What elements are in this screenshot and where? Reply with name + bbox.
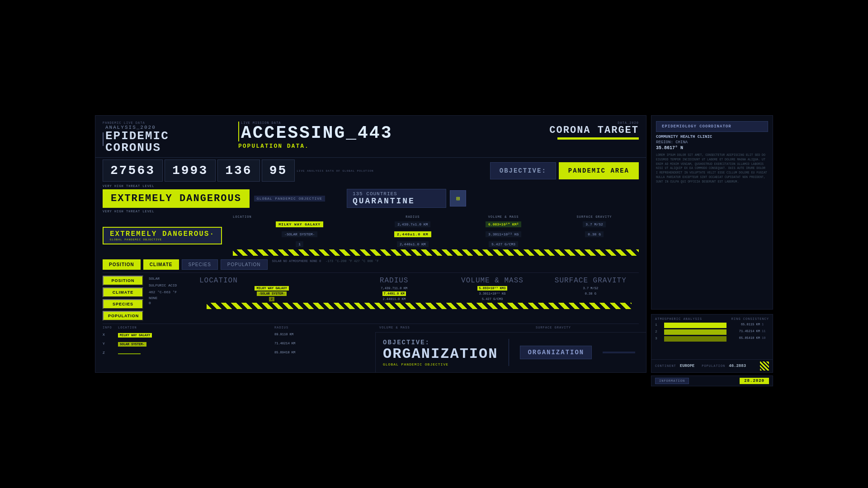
bt-r2-idx: Y xyxy=(103,342,116,346)
species-btn-2[interactable]: SPECIES xyxy=(103,299,143,309)
climate-btn-2[interactable]: CLIMATE xyxy=(103,287,143,297)
bt-r3-loc xyxy=(118,348,273,357)
icon-box[interactable]: ⊞ xyxy=(450,190,466,206)
objective-value[interactable]: PANDEMIC AREA xyxy=(559,162,639,179)
ring-extra-1: 1 xyxy=(762,323,769,328)
bottom-table-header: INFO LOCATION RADIUS VOLUME & MASS SURFA… xyxy=(103,326,639,329)
row3-radius: 2,440±1.0 KM xyxy=(368,239,457,248)
buttons-row: POSITION CLIMATE SPECIES POPULATION SOLA… xyxy=(95,258,646,272)
mid-r2-vol: 3.3011×10²³ KG xyxy=(444,292,540,296)
obj-bottom-label: OBJECTIVE: xyxy=(383,339,498,346)
counter-1: 27563 xyxy=(103,160,163,182)
region-label: REGION: CHINA xyxy=(656,140,768,145)
species-none: NONE xyxy=(149,296,194,300)
right-micro-label: DATA_2020 xyxy=(521,121,639,125)
threat-micro-2: VERY HIGH THREAT LEVEL xyxy=(103,210,639,213)
atm-analysis-label: ATMOSPHERIC ANALYSIS xyxy=(655,317,702,321)
mid-th-loc: LOCATION xyxy=(199,277,344,285)
ring-extra-2: 11 xyxy=(762,329,769,335)
row1-radius: 2,439.7±1.0 KM xyxy=(368,220,457,228)
org-name-box[interactable]: ORGANIZATION xyxy=(520,346,592,359)
mid-r1-loc: MILKY WAY GALAXY xyxy=(199,286,344,290)
table-row: MILKY WAY GALAXY 7,439.711.0 KM 5.893×10… xyxy=(199,286,639,291)
mid-r1-radius: 7,439.711.0 KM xyxy=(346,286,442,290)
population-key: POPULATION xyxy=(702,364,725,368)
counter-sublabel: LIVE ANALYSIS DATA OF GLOBAL POLUTION xyxy=(297,169,373,173)
row3-loc: 1 xyxy=(233,239,366,248)
row1-grav: 3.7 M/S2 xyxy=(550,220,639,228)
global-label-1: GLOBAL PANDEMIC OBJECTIVE xyxy=(254,196,325,202)
ring-val-2: 71.45214 KM xyxy=(728,329,760,335)
row1-loc: MILKY WAY GALAXY xyxy=(233,220,366,228)
row3-vol: 5.427 G/CM3 xyxy=(459,239,548,248)
bt-info: INFO xyxy=(103,326,116,329)
right-panel: EPIDEMIOLOGY COORDINATOR COMMUNITY HEALT… xyxy=(651,115,773,310)
divider-2 xyxy=(103,324,639,324)
mid-th-radius: RADIUS xyxy=(346,277,442,285)
dt-header-loc: LOCATION xyxy=(233,215,366,219)
bottom-org-panel: OBJECTIVE: ORGANIZATION GLOBAL PANDEMIC … xyxy=(375,332,646,373)
ring-num-2: 2 xyxy=(655,329,662,335)
position-button[interactable]: POSITION xyxy=(103,259,141,270)
table-row: 1 2,440±1.0 KM 5.427 G/CM3 xyxy=(233,239,639,249)
org-title: ORGANIZATION xyxy=(383,347,498,361)
information-btn[interactable]: INFORMATION xyxy=(655,378,689,384)
mid-r3-radius: 2.44011.0 KM xyxy=(346,297,442,301)
climate-button[interactable]: CLIMATE xyxy=(143,259,179,270)
counter-2: 1993 xyxy=(165,160,216,182)
ring-num-3: 3 xyxy=(655,336,662,342)
ring-extra-3: 10 xyxy=(762,336,769,342)
countries-label: 135 COUNTRIES xyxy=(353,191,440,197)
lower-section: POSITION CLIMATE SPECIES POPULATION SOLA… xyxy=(95,274,646,323)
table-row: MILKY WAY GALAXY 2,439.7±1.0 KM 6.083×10… xyxy=(233,219,639,229)
acid-text: SULFURIC ACID xyxy=(149,283,194,287)
threat-section-2: VERY HIGH THREAT LEVEL EXTREMELY DANGERO… xyxy=(95,209,646,258)
mid-r3-vol: 5.427 G/CM3 xyxy=(444,297,540,301)
counter-row: 27563 1993 136 95 LIVE ANALYSIS DATA OF … xyxy=(95,158,646,183)
temp2-label: 427 °C 000 °F xyxy=(354,259,379,270)
danger-text-1: EXTREMELY DANGEROUS xyxy=(111,193,241,204)
solar-text: SOLAR xyxy=(149,277,194,281)
divider-1 xyxy=(103,272,639,273)
quarantine-text: QUARANTINE xyxy=(353,197,440,206)
header-center: LIVE MISSION DATA ACCESSING_443 POPULATI… xyxy=(229,121,521,150)
population-btn-2[interactable]: POPULATION xyxy=(103,311,143,321)
table-row: -SOLAR SYSTEM- 7.4491.0 KM 3.3011×10²³ K… xyxy=(199,291,639,296)
ring-val-3: 65.05410 KM xyxy=(728,336,760,342)
dt-header-vol: VOLUME & MASS xyxy=(459,215,548,219)
bt-r1-loc: MILKY WAY GALAXY xyxy=(118,330,273,338)
mid-data-table: LOCATION RADIUS VOLUME & MASS SURFACE GR… xyxy=(199,276,639,321)
bt-r2-loc: SOLAR SYSTEM- xyxy=(118,339,273,347)
species-button[interactable]: SPECIES xyxy=(182,259,218,270)
mid-th-vol: VOLUME & MASS xyxy=(444,277,540,285)
danger-box-2: EXTREMELY DANGEROUS· GLOBAL PANDEMIC OBJ… xyxy=(103,227,222,244)
pop-zero: 0 xyxy=(149,301,194,305)
objective-area: OBJECTIVE: PANDEMIC AREA xyxy=(490,162,639,179)
danger-box-1: EXTREMELY DANGEROUS xyxy=(103,189,250,208)
mid-r1-grav: 3.7 M/S2 xyxy=(542,286,639,290)
camera-icon: ⊞ xyxy=(456,195,460,202)
dt-header-grav: SURFACE GRAVITY xyxy=(550,215,639,219)
bt-r1-idx: X xyxy=(103,333,116,337)
mid-r3-loc: 2 xyxy=(199,297,344,301)
population-val: 46.2883 xyxy=(729,364,746,368)
population-button[interactable]: POPULATION xyxy=(221,259,268,270)
mid-r2-radius: 7.4491.0 KM xyxy=(346,292,442,296)
coords-label: 35.8617° N xyxy=(656,145,768,150)
atm-label: NO ATMOSPHERE xyxy=(283,259,308,270)
bt-r2-radius: 71.40214 KM xyxy=(274,342,377,345)
global-sub: GLOBAL PANDEMIC OBJECTIVE xyxy=(110,238,215,241)
date-btn[interactable]: 28.2020 xyxy=(740,378,769,384)
mid-table-header: LOCATION RADIUS VOLUME & MASS SURFACE GR… xyxy=(199,276,639,286)
counter-4: 95 xyxy=(262,160,295,182)
ring-row-2: 2 71.45214 KM 11 xyxy=(655,329,769,335)
bt-r3-idx: Z xyxy=(103,351,116,355)
temp1-label: -173 °C-200 °F xyxy=(326,259,352,270)
bt-r3-radius: 85.89410 KM xyxy=(274,351,377,354)
info-buttons-panel: INFORMATION 28.2020 xyxy=(651,375,773,386)
ring-row-1: 1 65.0115 KM 1 xyxy=(655,323,769,328)
header-right: DATA_2020 CORONA TARGET xyxy=(521,121,639,140)
row1-vol: 6.083×10¹⁰ KM³ xyxy=(459,220,548,228)
position-btn-2[interactable]: POSITION xyxy=(103,276,143,286)
mid-r1-vol: 5.893×10¹⁵ KM3 xyxy=(444,286,540,290)
